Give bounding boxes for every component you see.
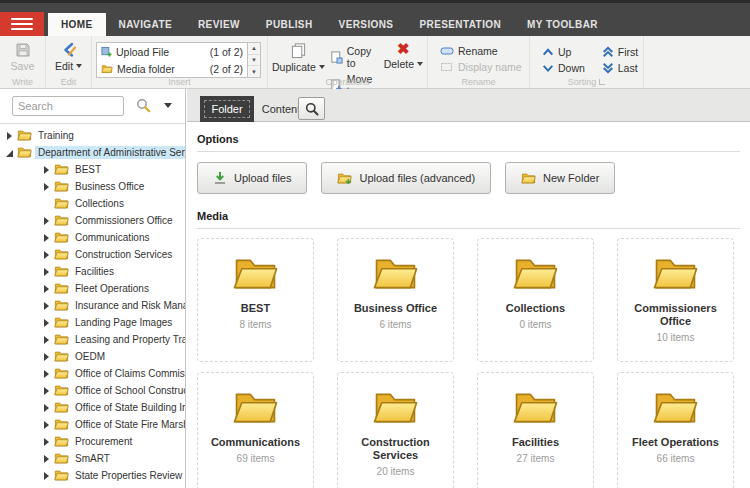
insert-item-label: Media folder — [117, 63, 175, 75]
chevron-down-icon — [76, 64, 82, 68]
tree-toggle-icon[interactable] — [42, 403, 52, 413]
sort-down-button[interactable]: Down — [542, 62, 586, 74]
media-folder-tile[interactable]: Business Office 6 items — [337, 238, 454, 362]
media-folder-tile[interactable]: BEST 8 items — [197, 238, 314, 362]
tree-item[interactable]: Procurement — [0, 433, 185, 450]
folder-icon — [54, 469, 69, 482]
edit-button[interactable]: Edit — [50, 40, 87, 72]
sort-up-button[interactable]: Up — [542, 46, 586, 58]
tree-item[interactable]: Commissioners Office — [0, 212, 185, 229]
tree-item[interactable]: SmART — [0, 450, 185, 467]
insert-media-folder[interactable]: Media folder (2 of 2) — [97, 60, 247, 77]
group-label-operations: Operations — [268, 77, 427, 87]
media-folder-tile[interactable]: Facilities 27 items — [477, 372, 594, 488]
tree-toggle-icon[interactable] — [42, 437, 52, 447]
search-input[interactable] — [12, 96, 124, 116]
tree-item-label: Commissioners Office — [72, 214, 176, 227]
media-folder-tile[interactable]: Commissioners Office 10 items — [617, 238, 734, 362]
gallery-scrollbar: ▲ ▼ ▼ — [247, 43, 260, 77]
tree-item[interactable]: Construction Services — [0, 246, 185, 263]
display-name-button[interactable]: Display name — [440, 61, 525, 73]
tree-item[interactable]: Office of State Fire Marshal — [0, 416, 185, 433]
tab-review[interactable]: REVIEW — [185, 13, 253, 36]
media-folder-tile[interactable]: Construction Services 20 items — [337, 372, 454, 488]
media-folder-name: Commissioners Office — [625, 302, 727, 328]
insert-gallery: Upload File (1 of 2) Media folder (2 of … — [96, 42, 261, 78]
tree-toggle-icon[interactable] — [42, 369, 52, 379]
tree-toggle-icon[interactable] — [42, 335, 52, 345]
tab-my-toolbar[interactable]: MY TOOLBAR — [514, 13, 611, 36]
tree-toggle-icon[interactable] — [42, 318, 52, 328]
tree-item[interactable]: Communications — [0, 229, 185, 246]
folder-icon — [17, 146, 32, 159]
tree-item[interactable]: State Properties Review Board — [0, 467, 185, 484]
tree-item[interactable]: Landing Page Images — [0, 314, 185, 331]
tree-toggle-icon[interactable] — [42, 420, 52, 430]
tree-item[interactable]: Office of Claims Commissioner — [0, 365, 185, 382]
tree-item[interactable]: Department of Administrative Services — [0, 144, 185, 161]
tree-toggle-icon[interactable] — [42, 284, 52, 294]
upload-files-advanced-button[interactable]: Upload files (advanced) — [321, 162, 491, 194]
tree-item-label: Communications — [72, 231, 152, 244]
copy-to-button[interactable]: Copy to — [330, 45, 379, 69]
folder-icon — [54, 299, 69, 312]
tree-item[interactable]: Training — [0, 127, 185, 144]
upload-files-button[interactable]: Upload files — [197, 162, 307, 194]
media-folder-tile[interactable]: Fleet Operations 66 items — [617, 372, 734, 488]
new-folder-button[interactable]: New Folder — [505, 162, 615, 194]
sort-first-button[interactable]: First — [602, 46, 639, 58]
tree-toggle-icon[interactable] — [42, 233, 52, 243]
tree-item[interactable]: Leasing and Property Transfer — [0, 331, 185, 348]
tree-item[interactable]: Office of State Building Inspector — [0, 399, 185, 416]
save-button[interactable]: Save — [4, 40, 41, 72]
folder-icon — [652, 254, 699, 294]
tree-toggle-icon[interactable] — [5, 148, 15, 158]
tree-item[interactable]: OEDM — [0, 348, 185, 365]
tree-toggle-icon[interactable] — [5, 131, 15, 141]
rename-button[interactable]: Rename — [440, 45, 525, 57]
tree-toggle-icon[interactable] — [42, 165, 52, 175]
tab-home[interactable]: HOME — [48, 13, 106, 36]
tree-item-label: OEDM — [72, 350, 108, 363]
gallery-scroll-up-icon[interactable]: ▲ — [248, 43, 260, 55]
tree-item[interactable]: Fleet Operations — [0, 280, 185, 297]
tree-toggle-icon[interactable] — [42, 454, 52, 464]
ribbon-group-edit: Edit Edit — [46, 36, 92, 88]
tree-toggle-icon[interactable] — [42, 386, 52, 396]
tree-toggle-icon[interactable] — [42, 199, 52, 209]
tree-toggle-icon[interactable] — [42, 267, 52, 277]
dialog-launcher-icon[interactable] — [599, 79, 605, 85]
sort-last-button[interactable]: Last — [602, 62, 639, 74]
content-search-button[interactable] — [298, 97, 325, 120]
tree-toggle-icon[interactable] — [42, 471, 52, 481]
gallery-scroll-down-icon[interactable]: ▼ — [248, 55, 260, 67]
tab-folder[interactable]: Folder — [200, 96, 254, 122]
tree-toggle-icon[interactable] — [42, 182, 52, 192]
search-options-dropdown-icon[interactable] — [164, 103, 172, 108]
tree-toggle-icon[interactable] — [42, 301, 52, 311]
tab-versions[interactable]: VERSIONS — [326, 13, 407, 36]
tree-item[interactable]: Business Office — [0, 178, 185, 195]
search-icon[interactable] — [136, 98, 151, 117]
tree-item[interactable]: Insurance and Risk Management — [0, 297, 185, 314]
tab-navigate[interactable]: NAVIGATE — [106, 13, 185, 36]
tree-item[interactable]: Collections — [0, 195, 185, 212]
tree-item[interactable]: BEST — [0, 161, 185, 178]
tab-publish[interactable]: PUBLISH — [253, 13, 326, 36]
save-icon — [15, 42, 31, 58]
group-label-insert: Insert — [92, 77, 267, 87]
tree-toggle-icon[interactable] — [42, 352, 52, 362]
tree-toggle-icon[interactable] — [42, 216, 52, 226]
tree-toggle-icon[interactable] — [42, 250, 52, 260]
tree-item[interactable]: Facilities — [0, 263, 185, 280]
tab-presentation[interactable]: PRESENTATION — [406, 13, 514, 36]
media-folder-tile[interactable]: Collections 0 items — [477, 238, 594, 362]
ribbon-group-operations: Duplicate Copy to Move to — [268, 36, 428, 88]
insert-upload-file[interactable]: Upload File (1 of 2) — [97, 43, 247, 60]
hamburger-menu-button[interactable] — [0, 12, 44, 36]
upload-icon — [213, 171, 227, 185]
media-folder-tile[interactable]: Communications 69 items — [197, 372, 314, 488]
tree-item[interactable]: Office of School Construction Grants — [0, 382, 185, 399]
gallery-more-icon[interactable]: ▼ — [248, 66, 260, 77]
tree-item-label: Construction Services — [72, 248, 175, 261]
